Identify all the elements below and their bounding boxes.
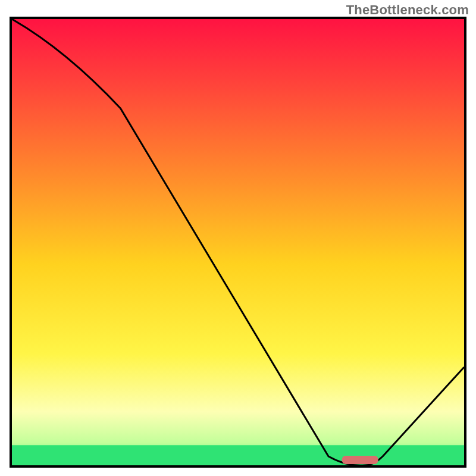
plot-svg [12,19,464,465]
green-band [12,445,464,465]
plot-frame [10,17,466,468]
watermark-text: TheBottleneck.com [346,2,469,18]
gradient-background [12,19,464,465]
chart-container: TheBottleneck.com [0,0,476,476]
optimum-marker [342,456,378,464]
